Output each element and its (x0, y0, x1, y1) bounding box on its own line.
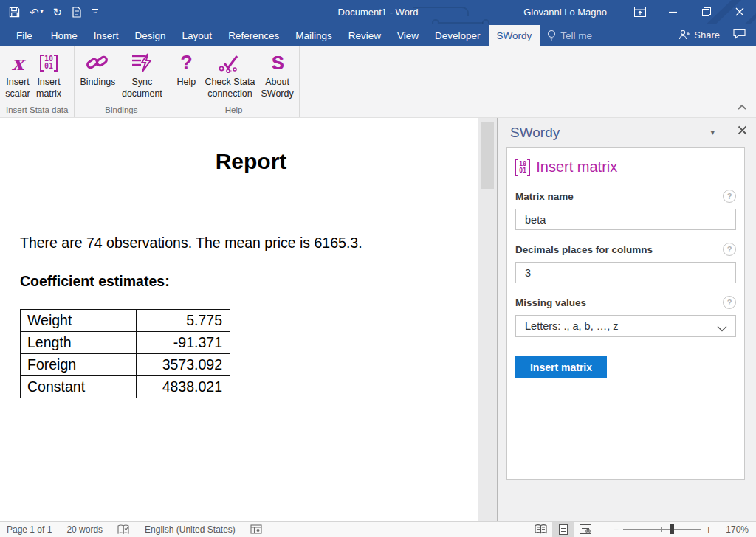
statusbar-right: − + 170% (530, 522, 756, 537)
save-icon[interactable] (9, 7, 20, 18)
scrollbar-thumb[interactable] (481, 122, 494, 189)
insert-matrix-card: 1001 Insert matrix Matrix name ? Decimal… (506, 147, 745, 480)
insert-scalar-label: Insert scalar (5, 76, 30, 100)
document-subheading[interactable]: Coefficient estimates: (20, 273, 170, 290)
tab-home[interactable]: Home (43, 25, 86, 46)
web-layout-button[interactable] (574, 522, 597, 537)
macro-recording-button[interactable] (250, 524, 262, 534)
zoom-percentage[interactable]: 170% (716, 524, 749, 535)
table-cell-name[interactable]: Length (21, 332, 137, 354)
table-cell-value[interactable]: 5.775 (137, 310, 230, 332)
decimals-label: Decimals places for columns (515, 244, 653, 255)
help-icon[interactable]: ? (723, 296, 736, 309)
document-tool-icon[interactable] (72, 7, 82, 18)
zoom-in-button[interactable]: + (701, 524, 716, 536)
matrix-name-input[interactable] (515, 209, 736, 230)
table-row: Foreign 3573.092 (21, 354, 230, 376)
page-indicator[interactable]: Page 1 of 1 (7, 524, 52, 535)
web-layout-icon (580, 524, 591, 534)
zoom-out-button[interactable]: − (608, 524, 623, 536)
sync-document-button[interactable]: Sync document (118, 49, 165, 102)
proofing-status-button[interactable] (117, 524, 130, 535)
share-button[interactable]: Share (678, 30, 720, 41)
insert-matrix-button[interactable]: 1001 Insert matrix (33, 49, 64, 102)
decimals-input[interactable] (515, 262, 736, 283)
zoom-slider-thumb[interactable] (670, 524, 674, 534)
language-indicator[interactable]: English (United States) (145, 524, 236, 535)
card-title: Insert matrix (536, 159, 617, 176)
chevron-up-icon (737, 104, 747, 111)
print-layout-button[interactable] (552, 522, 574, 537)
about-swordy-button[interactable]: S About SWordy (258, 49, 296, 102)
task-pane-menu-button[interactable]: ▾ (710, 128, 715, 137)
main-area: Report There are 74 observations. The me… (0, 118, 756, 521)
tab-developer[interactable]: Developer (427, 25, 489, 46)
redo-button[interactable]: ↻ (53, 7, 63, 18)
document-page[interactable]: Report There are 74 observations. The me… (0, 118, 478, 521)
bindings-label: Bindings (80, 76, 115, 88)
group-buttons: ? Help Check Stata connection (168, 46, 298, 105)
title-bar: ↶ ▾ ↻ ⌄ Document1 - Word Giovanni Lo Mag… (0, 0, 756, 24)
check-stata-connection-button[interactable]: Check Stata connection (202, 49, 258, 102)
read-mode-button[interactable] (530, 522, 552, 537)
missing-values-select[interactable]: Letters: ., a, b, …, z (515, 315, 736, 337)
account-name[interactable]: Giovanni Lo Magno (523, 7, 607, 18)
chevron-down-icon (717, 322, 727, 334)
help-icon[interactable]: ? (723, 190, 736, 203)
close-window-button[interactable] (723, 0, 756, 24)
table-cell-value[interactable]: -91.371 (137, 332, 230, 354)
missing-values-field: Missing values ? Letters: ., a, b, …, z (515, 296, 736, 337)
table-cell-name[interactable]: Weight (21, 310, 137, 332)
matrix-icon: 1001 (515, 159, 530, 176)
task-pane-close-button[interactable] (738, 125, 747, 138)
table-cell-value[interactable]: 4838.021 (137, 376, 230, 398)
customize-qat-button[interactable]: ⌄ (92, 9, 98, 15)
table-row: Constant 4838.021 (21, 376, 230, 398)
comments-button[interactable] (733, 28, 746, 41)
help-icon[interactable]: ? (723, 243, 736, 256)
ribbon-display-options-button[interactable] (623, 0, 656, 24)
document-paragraph[interactable]: There are 74 observations. The mean pric… (20, 235, 362, 252)
help-button[interactable]: ? Help (171, 49, 202, 89)
undo-dropdown-icon[interactable]: ▾ (41, 9, 44, 15)
coefficients-table: Weight 5.775 Length -91.371 Foreign 3573… (20, 309, 230, 398)
table-cell-name[interactable]: Foreign (21, 354, 137, 376)
tab-view[interactable]: View (389, 25, 427, 46)
tab-layout[interactable]: Layout (174, 25, 221, 46)
close-icon (738, 125, 747, 135)
swordy-logo-icon: S (272, 52, 284, 74)
tab-design[interactable]: Design (127, 25, 174, 46)
word-count[interactable]: 20 words (66, 524, 103, 535)
tab-review[interactable]: Review (340, 25, 389, 46)
group-label-insert-stata-data: Insert Stata data (0, 105, 74, 117)
insert-matrix-submit-button[interactable]: Insert matrix (515, 356, 607, 378)
missing-values-label: Missing values (515, 297, 586, 308)
restore-button[interactable] (690, 0, 723, 24)
group-label-bindings: Bindings (75, 105, 168, 117)
matrix-icon: 1001 (40, 55, 58, 72)
proofing-book-icon (117, 524, 130, 535)
minimize-button[interactable] (656, 0, 690, 24)
undo-button[interactable]: ↶ ▾ (30, 7, 44, 18)
read-mode-icon (535, 524, 547, 534)
document-scrollbar[interactable] (478, 118, 498, 521)
tab-mailings[interactable]: Mailings (287, 25, 340, 46)
task-pane-title: SWordy (510, 125, 560, 141)
collapse-ribbon-button[interactable] (737, 100, 747, 114)
qat-more-chevron-icon: ⌄ (92, 8, 98, 15)
insert-scalar-button[interactable]: x Insert scalar (2, 49, 33, 102)
tab-swordy[interactable]: SWordy (489, 25, 540, 46)
question-mark-icon: ? (180, 52, 193, 75)
tab-file[interactable]: File (6, 25, 43, 46)
ribbon: x Insert scalar 1001 Insert matrix Inser… (0, 46, 756, 118)
table-cell-name[interactable]: Constant (21, 376, 137, 398)
table-cell-value[interactable]: 3573.092 (137, 354, 230, 376)
chain-link-icon (86, 52, 109, 73)
about-swordy-label: About SWordy (261, 76, 293, 100)
zoom-slider[interactable] (623, 522, 701, 537)
tell-me-box[interactable]: Tell me (540, 25, 599, 46)
tab-insert[interactable]: Insert (86, 25, 127, 46)
document-heading[interactable]: Report (0, 149, 502, 174)
tab-references[interactable]: References (220, 25, 287, 46)
bindings-button[interactable]: Bindings (77, 49, 118, 89)
